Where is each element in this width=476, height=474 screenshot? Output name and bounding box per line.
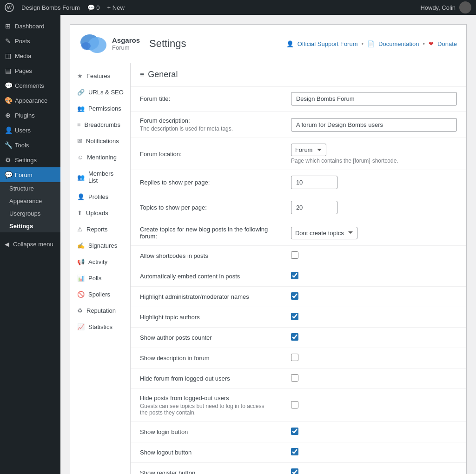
submenu-usergroups[interactable]: Usergroups [0,207,60,220]
nav-item-uploads[interactable]: ⬆ Uploads [70,205,130,221]
label-create-topics: Create topics for new blog posts in the … [140,226,268,240]
sidebar-item-forum[interactable]: 💬 Forum [0,167,60,182]
nav-label-signatures: Signatures [88,242,117,249]
submenu-settings[interactable]: Settings [0,220,60,232]
submenu-appearance[interactable]: Appearance [0,195,60,207]
tools-icon: 🔧 [5,141,11,149]
row-hide-posts-logged-out: Hide posts from logged-out users Guests … [131,389,466,422]
label-topics-per-page: Topics to show per page: [140,204,207,211]
avatar [459,1,471,13]
section-icon: ≡ [140,71,144,79]
nav-item-mentioning[interactable]: ☺ Mentioning [70,149,130,165]
checkbox-highlight-admin[interactable] [291,292,298,300]
nav-label-profiles: Profiles [88,193,108,200]
pages-icon: ▤ [5,67,11,74]
row-hide-logged-out: Hide forum from logged-out users [131,369,466,389]
nav-label-reputation: Reputation [86,307,116,314]
select-create-topics[interactable]: Dont create topics [291,227,357,239]
checkbox-show-register[interactable] [291,468,298,474]
row-allow-shortcodes: Allow shortcodes in posts [131,246,466,266]
submenu-structure[interactable]: Structure [0,182,60,195]
sidebar-item-pages[interactable]: ▤ Pages [0,63,60,78]
admin-sidebar: ⊞ Dashboard ✎ Posts ◫ Media ▤ Pages 💬 Co… [0,15,60,474]
nav-item-features[interactable]: ★ Features [70,68,130,84]
sep1: • [362,40,364,47]
row-highlight-admin: Highlight administrator/moderator names [131,287,466,307]
label-auto-embed: Automatically embed content in posts [140,273,240,280]
donate-link[interactable]: Donate [437,40,457,47]
row-create-topics: Create topics for new blog posts in the … [131,220,466,246]
profiles-icon: 👤 [77,193,85,200]
collapse-menu-button[interactable]: ◀ Collapse menu [0,237,60,251]
posts-icon: ✎ [5,37,11,45]
nav-label-polls: Polls [88,275,101,282]
sidebar-item-tools[interactable]: 🔧 Tools [0,138,60,152]
header-links: 👤 Official Support Forum • 📄 Documentati… [286,40,457,47]
nav-label-permissions: Permissions [88,105,121,112]
sidebar-item-media[interactable]: ◫ Media [0,48,60,63]
sidebar-item-posts[interactable]: ✎ Posts [0,33,60,48]
comments-icon[interactable]: 💬 0 [87,4,100,11]
checkbox-show-logout[interactable] [291,448,298,455]
input-forum-description[interactable] [291,118,457,132]
sidebar-item-dashboard[interactable]: ⊞ Dashboard [0,19,60,33]
nav-label-uploads: Uploads [86,210,108,217]
nav-label-statistics: Statistics [88,323,112,330]
nav-item-reputation[interactable]: ♻ Reputation [70,303,130,319]
sidebar-item-comments[interactable]: 💬 Comments [0,78,60,93]
urls-icon: 🔗 [77,89,85,96]
nav-item-profiles[interactable]: 👤 Profiles [70,189,130,205]
dashboard-icon: ⊞ [5,22,11,30]
docs-link[interactable]: Documentation [378,40,419,47]
sidebar-item-plugins[interactable]: ⊕ Plugins [0,108,60,123]
logo-title: Asgaros [112,36,140,44]
support-link[interactable]: Official Support Forum [298,40,358,47]
checkbox-author-posts-counter[interactable] [291,333,298,341]
nav-item-signatures[interactable]: ✍ Signatures [70,237,130,254]
section-header: ≡ General [131,63,466,86]
sidebar-item-appearance[interactable]: 🎨 Appearance [0,93,60,108]
checkbox-show-description[interactable] [291,354,298,361]
nav-item-permissions[interactable]: 👥 Permissions [70,100,130,117]
nav-item-notifications[interactable]: ✉ Notifications [70,133,130,149]
collapse-label: Collapse menu [13,241,53,248]
sidebar-item-users[interactable]: 👤 Users [0,123,60,138]
reputation-icon: ♻ [77,307,83,314]
label-highlight-admin: Highlight administrator/moderator names [140,293,249,300]
input-replies-per-page[interactable] [291,176,337,189]
nav-label-mentioning: Mentioning [87,154,117,161]
nav-item-activity[interactable]: 📢 Activity [70,254,130,270]
checkbox-auto-embed[interactable] [291,272,298,279]
sidebar-item-settings[interactable]: ⚙ Settings [0,152,60,167]
page-title: Settings [149,38,286,50]
settings-table: Forum title: Forum description: The desc… [131,86,466,474]
row-forum-description: Forum description: The description is us… [131,112,466,138]
plugins-icon: ⊕ [5,112,11,119]
nav-item-urls-seo[interactable]: 🔗 URLs & SEO [70,84,130,100]
checkbox-show-login[interactable] [291,428,298,435]
new-menu[interactable]: + New [107,4,125,11]
label-forum-description: Forum description: [140,117,190,124]
input-topics-per-page[interactable] [291,201,337,214]
nav-item-reports[interactable]: ⚠ Reports [70,221,130,237]
nav-item-polls[interactable]: 📊 Polls [70,270,130,286]
main-content: Asgaros Forum Settings 👤 Official Suppor… [60,15,476,474]
checkbox-allow-shortcodes[interactable] [291,251,298,259]
settings-nav: ★ Features 🔗 URLs & SEO 👥 Permissions ≡ … [70,63,131,474]
site-name[interactable]: Design Bombs Forum [21,4,80,11]
checkbox-hide-posts-logged-out[interactable] [291,401,298,408]
nav-item-spoilers[interactable]: 🚫 Spoilers [70,286,130,303]
plugin-logo: Asgaros Forum [79,32,140,55]
svg-point-3 [88,37,106,53]
checkbox-hide-logged-out[interactable] [291,374,298,382]
nav-item-members-list[interactable]: 👥 Members List [70,165,130,189]
members-icon: 👥 [77,174,85,181]
select-forum-location[interactable]: Forum [291,144,326,156]
row-topics-per-page: Topics to show per page: [131,195,466,220]
nav-item-statistics[interactable]: 📈 Statistics [70,319,130,335]
input-forum-title[interactable] [291,92,457,105]
row-author-posts-counter: Show author posts counter [131,328,466,348]
nav-item-breadcrumbs[interactable]: ≡ Breadcrumbs [70,117,130,133]
nav-label-reports: Reports [86,226,108,233]
checkbox-highlight-authors[interactable] [291,313,298,320]
